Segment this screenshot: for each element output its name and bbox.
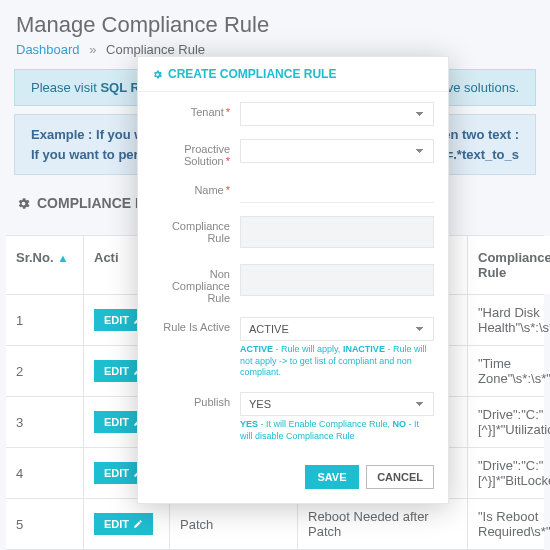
breadcrumb-dashboard[interactable]: Dashboard [16, 42, 80, 57]
active-select[interactable]: ACTIVE [240, 317, 434, 341]
label-tenant: Tenant* [152, 102, 230, 118]
create-rule-modal: CREATE COMPLIANCE RULE Tenant* Proactive… [137, 56, 449, 504]
cell-rule: "Drive":"C:"[^}]*"Utilization [468, 397, 550, 447]
edit-icon [133, 519, 143, 529]
gear-icon [152, 69, 163, 80]
sort-asc-icon: ▲ [58, 252, 69, 264]
page-title: Manage Compliance Rule [0, 0, 550, 42]
cell-rule: "Time Zone"\s*:\s*"\s*Inc [468, 346, 550, 396]
name-input[interactable] [240, 180, 434, 203]
col-srno[interactable]: Sr.No.▲ [6, 236, 84, 294]
cell-category: Patch [170, 499, 298, 549]
publish-help: YES - It will Enable Compliance Rule, NO… [240, 419, 434, 442]
label-compliance: Compliance Rule [152, 216, 230, 244]
cell-srno: 5 [6, 499, 84, 549]
label-active: Rule Is Active [152, 317, 230, 333]
cell-rule: "Is Reboot Required\s*"\s [468, 499, 550, 549]
cell-srno: 4 [6, 448, 84, 498]
breadcrumb-separator: » [89, 42, 96, 57]
cell-rule: "Hard Disk Health"\s*:\s*" [468, 295, 550, 345]
publish-select[interactable]: YES [240, 392, 434, 416]
label-noncompliance: Non Compliance Rule [152, 264, 230, 304]
noncompliance-textarea[interactable] [240, 264, 434, 296]
label-publish: Publish [152, 392, 230, 408]
cell-rule: "Drive":"C:"[^}]*"BitLocker [468, 448, 550, 498]
table-row: 5EDIT PatchReboot Needed after Patch"Is … [6, 499, 544, 550]
gear-icon [16, 196, 31, 211]
modal-header: CREATE COMPLIANCE RULE [138, 57, 448, 92]
cell-subcategory: Reboot Needed after Patch [298, 499, 468, 549]
cell-srno: 2 [6, 346, 84, 396]
label-solution: Proactive Solution* [152, 139, 230, 167]
modal-title: CREATE COMPLIANCE RULE [168, 67, 336, 81]
col-compliance-rule[interactable]: Compliance Rule [468, 236, 550, 294]
active-help: ACTIVE - Rule will apply, INACTIVE - Rul… [240, 344, 434, 379]
cancel-button[interactable]: CANCEL [366, 465, 434, 489]
cell-action: EDIT [84, 499, 170, 549]
tenant-select[interactable] [240, 102, 434, 126]
compliance-textarea[interactable] [240, 216, 434, 248]
label-name: Name* [152, 180, 230, 196]
solution-select[interactable] [240, 139, 434, 163]
edit-button[interactable]: EDIT [94, 513, 153, 535]
breadcrumb-current: Compliance Rule [106, 42, 205, 57]
cell-srno: 1 [6, 295, 84, 345]
save-button[interactable]: SAVE [305, 465, 358, 489]
cell-srno: 3 [6, 397, 84, 447]
